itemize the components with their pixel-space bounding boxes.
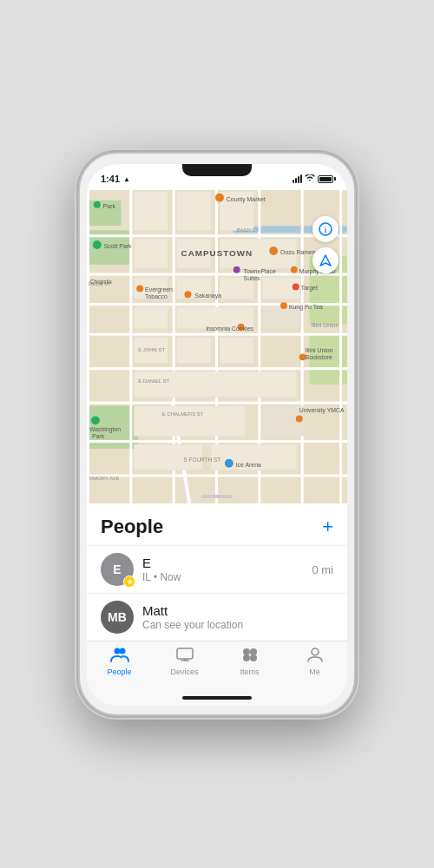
svg-point-87	[225, 459, 233, 468]
svg-text:Sakanaya: Sakanaya	[194, 293, 221, 299]
svg-rect-17	[129, 188, 132, 503]
map-info-button[interactable]: i	[312, 216, 339, 242]
svg-point-57	[94, 201, 101, 208]
star-badge: ★	[123, 575, 135, 588]
svg-text:RMORY AVE: RMORY AVE	[89, 476, 120, 481]
phone-frame: 1:41 ▲	[78, 152, 356, 716]
svg-text:Scott Park: Scott Park	[104, 243, 132, 249]
items-tab-icon	[240, 647, 260, 665]
svg-rect-40	[134, 372, 296, 398]
svg-text:S FOURTH ST: S FOURTH ST	[184, 457, 221, 463]
notch	[182, 164, 252, 176]
tab-me[interactable]: Me	[282, 647, 347, 676]
svg-text:Tobacco: Tobacco	[145, 293, 168, 299]
svg-rect-39	[220, 338, 253, 364]
svg-point-53	[215, 194, 224, 202]
svg-point-55	[93, 240, 102, 249]
phone-screen: 1:41 ▲	[87, 164, 347, 706]
svg-point-66	[136, 285, 143, 292]
svg-text:Kung Fu Tea: Kung Fu Tea	[289, 304, 323, 311]
home-bar	[182, 696, 252, 700]
svg-text:CAMPUSTOWN: CAMPUSTOWN	[181, 248, 253, 258]
svg-point-70	[185, 291, 192, 298]
svg-rect-16	[87, 188, 89, 503]
person-name-e: E	[142, 556, 303, 570]
time-display: 1:41	[101, 174, 120, 184]
svg-rect-38	[177, 338, 211, 364]
person-sub-e: IL • Now	[142, 571, 303, 583]
tab-people-label: People	[107, 667, 131, 676]
svg-point-94	[243, 648, 250, 655]
svg-point-91	[114, 648, 120, 654]
svg-text:E DANIEL ST: E DANIEL ST	[138, 378, 169, 384]
signal-icon	[293, 174, 302, 183]
person-info-e: E IL • Now	[142, 556, 303, 583]
add-person-button[interactable]: +	[322, 517, 333, 536]
home-indicator	[87, 690, 347, 706]
svg-text:E JOHN ST: E JOHN ST	[138, 347, 165, 352]
tab-devices[interactable]: Devices	[152, 647, 217, 676]
svg-text:Washington: Washington	[89, 426, 121, 433]
svg-text:Evergreen: Evergreen	[145, 286, 173, 293]
svg-text:i: i	[325, 226, 327, 234]
svg-rect-27	[134, 239, 168, 269]
panel-header: People +	[87, 503, 347, 545]
drag-indicator	[201, 495, 233, 498]
person-info-matt: Matt Can see your location	[142, 603, 325, 631]
svg-rect-41	[134, 406, 245, 437]
panel-title: People	[101, 516, 163, 538]
tab-items-label: Items	[240, 667, 259, 676]
svg-text:University YMCA: University YMCA	[299, 407, 345, 414]
svg-rect-22	[339, 188, 342, 503]
status-time: 1:41 ▲	[101, 174, 130, 184]
svg-point-97	[250, 654, 257, 661]
bottom-panel: People + E ★ E IL • Now 0 mi MB	[87, 503, 347, 641]
svg-rect-34	[134, 307, 168, 329]
svg-point-72	[293, 283, 299, 290]
svg-rect-93	[177, 648, 193, 659]
svg-text:TownePlace: TownePlace	[244, 268, 276, 274]
tab-people[interactable]: People	[87, 647, 152, 676]
tab-bar: People Devices	[87, 641, 347, 690]
me-tab-icon	[306, 647, 325, 665]
devices-tab-icon	[175, 647, 194, 665]
svg-rect-24	[134, 192, 168, 230]
person-name-matt: Matt	[142, 603, 325, 618]
svg-text:Bookstore: Bookstore	[306, 354, 332, 360]
svg-point-61	[233, 266, 240, 273]
map-area[interactable]: CAMPUSTOWN BASH CT E JOHN ST E DANIEL ST…	[87, 188, 347, 503]
person-sub-matt: Can see your location	[142, 619, 325, 631]
svg-text:Suites: Suites	[244, 275, 261, 281]
battery-icon	[318, 175, 333, 183]
person-distance-e: 0 mi	[312, 563, 333, 576]
svg-point-82	[91, 416, 100, 424]
svg-text:Chopstix: Chopstix	[90, 279, 113, 286]
wifi-icon	[305, 174, 315, 184]
status-icons	[293, 174, 333, 184]
svg-text:BASH CT: BASH CT	[237, 227, 260, 233]
svg-text:Illini Union: Illini Union	[312, 322, 339, 328]
svg-point-74	[280, 302, 287, 309]
svg-rect-25	[177, 192, 211, 230]
person-row-matt[interactable]: MB Matt Can see your location	[87, 593, 347, 641]
svg-point-92	[119, 648, 125, 654]
svg-text:Target: Target	[301, 285, 318, 292]
tab-devices-label: Devices	[170, 667, 198, 676]
people-tab-icon	[110, 647, 129, 665]
svg-point-64	[291, 266, 298, 273]
location-arrow-icon: ▲	[123, 175, 130, 183]
svg-point-95	[250, 648, 257, 655]
svg-text:Illini Union: Illini Union	[306, 347, 333, 353]
avatar-mb: MB	[101, 601, 134, 634]
svg-text:Ice Arena: Ice Arena	[236, 462, 261, 468]
svg-point-96	[243, 654, 250, 661]
tab-items[interactable]: Items	[217, 647, 282, 676]
tab-me-label: Me	[309, 667, 320, 676]
svg-rect-21	[301, 188, 304, 503]
person-row-e[interactable]: E ★ E IL • Now 0 mi	[87, 545, 347, 593]
svg-point-85	[296, 415, 303, 422]
svg-text:Park: Park	[103, 203, 116, 209]
svg-text:E CHALMERS ST: E CHALMERS ST	[162, 411, 204, 417]
map-location-button[interactable]	[312, 247, 339, 273]
svg-point-98	[312, 648, 319, 655]
